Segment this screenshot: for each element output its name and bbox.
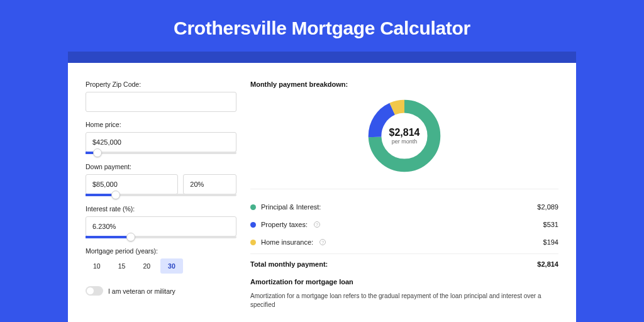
period-btn-10[interactable]: 10 — [86, 258, 108, 274]
form-column: Property Zip Code: Home price: Down paym… — [86, 80, 236, 309]
legend-label: Principal & Interest: — [261, 203, 321, 211]
period-btn-30[interactable]: 30 — [160, 258, 183, 274]
period-group: Mortgage period (years): 10152030 — [86, 247, 236, 274]
down-amount-input[interactable] — [86, 174, 178, 194]
rate-slider-thumb[interactable] — [126, 233, 135, 242]
down-label: Down payment: — [86, 163, 236, 170]
page-title: Crothersville Mortgage Calculator — [0, 0, 644, 52]
legend-label: Property taxes: — [261, 221, 308, 228]
price-input[interactable] — [86, 132, 236, 152]
zip-group: Property Zip Code: — [86, 80, 236, 112]
total-label: Total monthly payment: — [250, 260, 328, 268]
rate-label: Interest rate (%): — [86, 205, 236, 213]
donut-sub: per month — [392, 138, 418, 145]
legend-dot-icon — [250, 204, 256, 210]
legend-dot-icon — [250, 222, 256, 228]
price-group: Home price: — [86, 121, 236, 154]
rate-group: Interest rate (%): — [86, 205, 236, 238]
legend-row-2: Home insurance:?$194 — [250, 233, 558, 251]
down-slider-thumb[interactable] — [111, 191, 120, 199]
period-btn-20[interactable]: 20 — [135, 258, 158, 274]
outer-band: Property Zip Code: Home price: Down paym… — [68, 52, 576, 322]
donut-chart: $2,814 per month — [365, 97, 443, 175]
rate-input[interactable] — [86, 216, 236, 236]
amort-title: Amortization for mortgage loan — [250, 278, 558, 286]
period-buttons: 10152030 — [86, 258, 236, 274]
rate-slider[interactable] — [86, 236, 236, 238]
legend-value: $531 — [543, 221, 558, 228]
veteran-row: I am veteran or military — [86, 286, 236, 296]
zip-label: Property Zip Code: — [86, 80, 236, 88]
donut-amount: $2,814 — [389, 127, 420, 138]
total-value: $2,814 — [537, 260, 558, 268]
legend-value: $2,089 — [537, 203, 558, 211]
breakdown-title: Monthly payment breakdown: — [250, 80, 558, 88]
legend-row-1: Property taxes:?$531 — [250, 216, 558, 233]
price-label: Home price: — [86, 121, 236, 128]
amort-text: Amortization for a mortgage loan refers … — [250, 292, 558, 309]
divider — [250, 189, 558, 189]
period-btn-15[interactable]: 15 — [111, 258, 133, 274]
legend-value: $194 — [543, 238, 558, 246]
zip-input[interactable] — [86, 92, 236, 112]
donut-wrap: $2,814 per month — [250, 97, 558, 175]
total-row: Total monthly payment: $2,814 — [250, 253, 558, 278]
down-group: Down payment: — [86, 163, 236, 196]
legend-label: Home insurance: — [261, 238, 313, 246]
down-pct-input[interactable] — [183, 174, 236, 194]
calculator-panel: Property Zip Code: Home price: Down paym… — [68, 63, 576, 322]
veteran-toggle[interactable] — [86, 286, 103, 296]
legend-row-0: Principal & Interest:$2,089 — [250, 198, 558, 216]
period-label: Mortgage period (years): — [86, 247, 236, 255]
down-slider[interactable] — [86, 194, 236, 196]
breakdown-column: Monthly payment breakdown: $2,814 per mo… — [250, 80, 558, 309]
legend-dot-icon — [250, 240, 256, 245]
legend: Principal & Interest:$2,089Property taxe… — [250, 198, 558, 251]
info-icon[interactable]: ? — [319, 239, 326, 245]
info-icon[interactable]: ? — [314, 221, 320, 228]
price-slider[interactable] — [86, 152, 236, 154]
price-slider-thumb[interactable] — [93, 148, 102, 157]
veteran-label: I am veteran or military — [108, 287, 175, 295]
rate-slider-fill — [86, 236, 131, 238]
